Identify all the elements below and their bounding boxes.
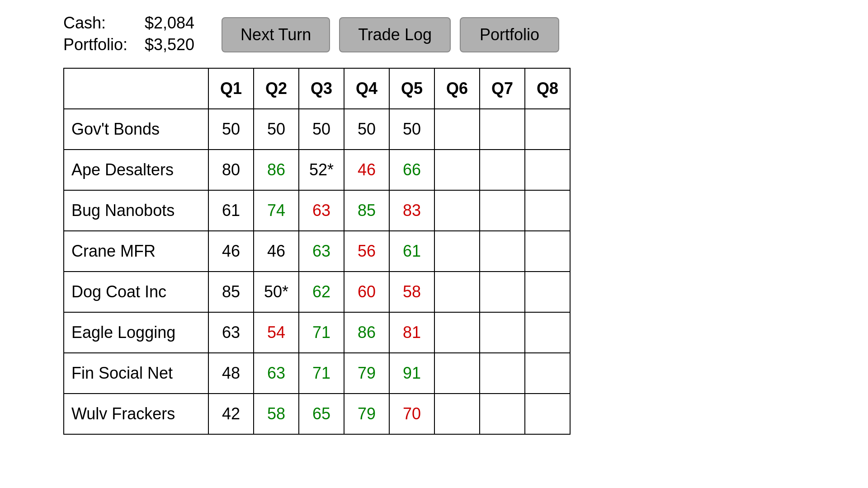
next-turn-button[interactable]: Next Turn [222, 17, 330, 52]
company-name-cell: Gov't Bonds [64, 109, 208, 150]
data-cell: 65 [299, 394, 344, 434]
company-name-cell: Fin Social Net [64, 353, 208, 394]
table-row: Dog Coat Inc8550*626058 [64, 272, 570, 312]
data-cell: 58 [254, 394, 299, 434]
data-cell: 85 [344, 190, 389, 231]
data-cell: 54 [254, 312, 299, 353]
data-cell: 50* [254, 272, 299, 312]
data-cell [480, 190, 525, 231]
data-cell: 91 [389, 353, 434, 394]
data-cell [434, 312, 480, 353]
data-cell: 71 [299, 353, 344, 394]
data-cell: 61 [208, 190, 254, 231]
data-cell: 71 [299, 312, 344, 353]
cash-value: $2,084 [145, 14, 194, 33]
data-cell [480, 150, 525, 190]
data-cell: 79 [344, 353, 389, 394]
main-table-container: Q1 Q2 Q3 Q4 Q5 Q6 Q7 Q8 Gov't Bonds50505… [63, 68, 868, 435]
top-section: Cash: $2,084 Portfolio: $3,520 Next Turn… [0, 0, 868, 63]
data-cell [480, 231, 525, 272]
col-header-q5: Q5 [389, 68, 434, 109]
table-row: Gov't Bonds5050505050 [64, 109, 570, 150]
data-cell [525, 272, 570, 312]
data-cell: 66 [389, 150, 434, 190]
data-cell: 79 [344, 394, 389, 434]
table-row: Wulv Frackers4258657970 [64, 394, 570, 434]
data-cell [480, 394, 525, 434]
data-cell [525, 394, 570, 434]
table-row: Eagle Logging6354718681 [64, 312, 570, 353]
col-header-q8: Q8 [525, 68, 570, 109]
data-cell [525, 150, 570, 190]
data-cell [525, 109, 570, 150]
data-cell: 62 [299, 272, 344, 312]
data-cell: 56 [344, 231, 389, 272]
data-cell: 80 [208, 150, 254, 190]
data-cell: 63 [208, 312, 254, 353]
data-cell [434, 190, 480, 231]
trade-log-button[interactable]: Trade Log [339, 17, 451, 52]
portfolio-button[interactable]: Portfolio [460, 17, 559, 52]
data-cell: 81 [389, 312, 434, 353]
data-cell: 86 [344, 312, 389, 353]
data-cell [525, 190, 570, 231]
company-name-cell: Eagle Logging [64, 312, 208, 353]
data-cell: 63 [299, 190, 344, 231]
data-cell [480, 109, 525, 150]
data-cell: 58 [389, 272, 434, 312]
table-row: Fin Social Net4863717991 [64, 353, 570, 394]
data-cell: 60 [344, 272, 389, 312]
table-header-row: Q1 Q2 Q3 Q4 Q5 Q6 Q7 Q8 [64, 68, 570, 109]
data-cell: 86 [254, 150, 299, 190]
data-cell [434, 109, 480, 150]
data-cell: 63 [299, 231, 344, 272]
data-cell [525, 353, 570, 394]
col-header-q1: Q1 [208, 68, 254, 109]
stock-table: Q1 Q2 Q3 Q4 Q5 Q6 Q7 Q8 Gov't Bonds50505… [63, 68, 571, 435]
portfolio-label: Portfolio: [63, 35, 136, 54]
action-buttons: Next Turn Trade Log Portfolio [222, 14, 559, 52]
cash-row: Cash: $2,084 [63, 14, 194, 33]
data-cell [525, 312, 570, 353]
table-row: Crane MFR4646635661 [64, 231, 570, 272]
col-header-q4: Q4 [344, 68, 389, 109]
data-cell: 50 [208, 109, 254, 150]
data-cell: 50 [344, 109, 389, 150]
cash-label: Cash: [63, 14, 136, 33]
data-cell: 46 [254, 231, 299, 272]
data-cell: 50 [389, 109, 434, 150]
data-cell: 83 [389, 190, 434, 231]
table-row: Ape Desalters808652*4666 [64, 150, 570, 190]
data-cell [525, 231, 570, 272]
data-cell [434, 231, 480, 272]
col-header-q3: Q3 [299, 68, 344, 109]
data-cell: 61 [389, 231, 434, 272]
col-header-q7: Q7 [480, 68, 525, 109]
col-header-q2: Q2 [254, 68, 299, 109]
portfolio-row: Portfolio: $3,520 [63, 35, 194, 54]
data-cell [434, 353, 480, 394]
col-header-name [64, 68, 208, 109]
data-cell [480, 312, 525, 353]
data-cell: 50 [254, 109, 299, 150]
company-name-cell: Ape Desalters [64, 150, 208, 190]
table-row: Bug Nanobots6174638583 [64, 190, 570, 231]
data-cell: 70 [389, 394, 434, 434]
data-cell: 63 [254, 353, 299, 394]
company-name-cell: Crane MFR [64, 231, 208, 272]
data-cell [434, 150, 480, 190]
data-cell: 52* [299, 150, 344, 190]
data-cell: 50 [299, 109, 344, 150]
data-cell [434, 272, 480, 312]
stats-block: Cash: $2,084 Portfolio: $3,520 [63, 14, 194, 54]
company-name-cell: Bug Nanobots [64, 190, 208, 231]
data-cell: 46 [208, 231, 254, 272]
company-name-cell: Wulv Frackers [64, 394, 208, 434]
portfolio-value: $3,520 [145, 35, 194, 54]
data-cell: 42 [208, 394, 254, 434]
company-name-cell: Dog Coat Inc [64, 272, 208, 312]
data-cell: 48 [208, 353, 254, 394]
col-header-q6: Q6 [434, 68, 480, 109]
data-cell [434, 394, 480, 434]
data-cell [480, 272, 525, 312]
